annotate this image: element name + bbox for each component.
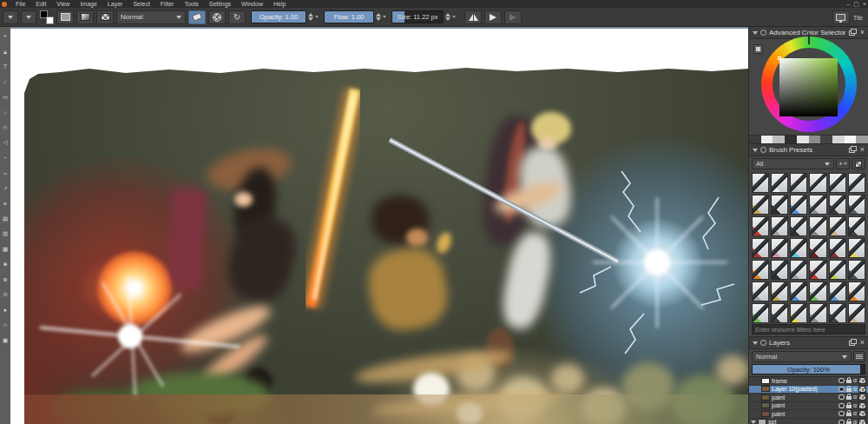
brush-preset[interactable] — [848, 282, 865, 301]
brush-preset[interactable] — [848, 260, 865, 280]
flow-spinner[interactable] — [376, 13, 381, 21]
menu-filter[interactable]: Filter — [155, 0, 180, 8]
workspace-chooser-button[interactable] — [832, 10, 850, 24]
brush-preset[interactable] — [771, 238, 788, 258]
brush-preset[interactable] — [771, 173, 788, 193]
alpha-inherit-checker[interactable] — [858, 419, 866, 424]
brush-preset[interactable] — [752, 282, 769, 301]
brush-preset[interactable] — [848, 238, 865, 258]
layer-row[interactable]: frameα — [749, 377, 868, 386]
visibility-eye-icon[interactable] — [838, 378, 845, 383]
add-tag-button[interactable]: + — [836, 158, 850, 169]
reload-preset-button[interactable]: ↻ — [228, 10, 246, 24]
float-docker-icon[interactable] — [849, 148, 855, 153]
tool-ellipse[interactable]: ○ — [0, 105, 10, 121]
pattern-fill-button[interactable] — [96, 10, 114, 24]
eraser-mode-button[interactable] — [188, 10, 206, 24]
saturation-value-square[interactable] — [779, 58, 838, 116]
visibility-eye-icon[interactable] — [838, 411, 845, 416]
tool-polyline[interactable]: ◁ — [0, 136, 10, 151]
tool-reference[interactable]: ● — [0, 302, 10, 318]
brush-preset[interactable] — [829, 260, 846, 280]
brush-preset[interactable] — [848, 216, 865, 236]
visibility-eye-icon[interactable] — [838, 387, 845, 392]
color-swatch[interactable] — [785, 136, 797, 143]
float-docker-icon[interactable] — [849, 30, 855, 36]
brush-preset[interactable] — [809, 195, 826, 215]
brush-preset[interactable] — [752, 216, 769, 236]
menu-settings[interactable]: Settings — [204, 0, 236, 8]
alpha-inherit-checker[interactable] — [858, 394, 866, 401]
opacity-slider[interactable]: Opacity: 1.00 — [251, 10, 306, 23]
layer-row[interactable]: Layer 10(pasted)α — [749, 386, 868, 394]
menu-layer[interactable]: Layer — [102, 0, 128, 8]
wraparound-button[interactable] — [504, 10, 522, 24]
visibility-eye-icon[interactable] — [838, 420, 845, 424]
brush-preset[interactable] — [752, 195, 769, 215]
brush-preset[interactable] — [790, 303, 807, 323]
gradient-chooser-dropdown[interactable] — [3, 10, 18, 24]
minimize-button[interactable]: – — [846, 0, 850, 8]
alpha-icon[interactable]: α — [853, 419, 857, 424]
menu-select[interactable]: Select — [128, 0, 155, 8]
tool-bezier-curve[interactable]: ↗ — [0, 181, 10, 196]
brush-presets-header[interactable]: Brush Presets × — [749, 144, 868, 156]
tool-dynamic-brush[interactable]: ≈ — [0, 166, 10, 182]
chevron-down-icon[interactable] — [383, 16, 386, 18]
brush-preset[interactable] — [790, 238, 807, 258]
float-docker-icon[interactable] — [849, 341, 855, 346]
brush-preset[interactable] — [790, 260, 807, 280]
menu-file[interactable]: File — [10, 0, 30, 8]
tool-multibrush[interactable]: ≡ — [0, 196, 10, 212]
brush-preset[interactable] — [809, 216, 826, 236]
alpha-icon[interactable]: α — [853, 410, 857, 417]
gradient-fill-button[interactable] — [76, 10, 94, 24]
menu-window[interactable]: Window — [236, 0, 268, 8]
canvas[interactable] — [10, 27, 748, 424]
brush-preset[interactable] — [809, 303, 826, 323]
brush-preset-chooser-button[interactable] — [56, 10, 74, 24]
brush-preset[interactable] — [829, 303, 846, 323]
alpha-inherit-checker[interactable] — [858, 402, 866, 409]
alpha-icon[interactable]: α — [853, 386, 857, 393]
tool-text[interactable]: T — [0, 59, 10, 75]
tool-zoom[interactable]: ☆ — [0, 318, 10, 334]
pattern-chooser-dropdown[interactable] — [21, 10, 36, 24]
mirror-vertical-button[interactable] — [484, 10, 502, 24]
menu-tools[interactable]: Tools — [179, 0, 203, 8]
brush-preset[interactable] — [752, 173, 769, 193]
brush-preset[interactable] — [829, 173, 846, 193]
visibility-eye-icon[interactable] — [838, 394, 845, 400]
brush-preset[interactable] — [829, 195, 846, 215]
blend-mode-dropdown[interactable]: Normal — [116, 10, 186, 24]
menu-edit[interactable]: Edit — [30, 0, 51, 8]
tag-filter-dropdown[interactable]: All — [752, 158, 834, 169]
brush-preset[interactable] — [752, 238, 769, 258]
lock-icon[interactable] — [846, 396, 852, 400]
color-swatch[interactable] — [797, 136, 809, 143]
chevron-down-icon[interactable] — [452, 16, 456, 18]
flow-slider[interactable]: Flow: 1.00 — [324, 10, 374, 23]
alpha-inherit-checker[interactable] — [858, 410, 866, 417]
color-swatch[interactable] — [820, 136, 832, 143]
chevron-down-icon[interactable] — [315, 16, 319, 18]
brush-preset[interactable] — [790, 282, 807, 301]
presets-view-menu-button[interactable] — [852, 158, 865, 169]
color-swatch[interactable] — [749, 136, 761, 143]
alpha-inherit-checker[interactable] — [858, 377, 866, 384]
foreground-background-swatch[interactable] — [40, 10, 54, 24]
color-swatch[interactable] — [809, 136, 821, 143]
close-icon[interactable]: × — [860, 29, 865, 36]
layer-filter-button[interactable] — [853, 351, 865, 362]
tool-fill[interactable]: ▤ — [0, 211, 10, 227]
alpha-icon[interactable]: α — [853, 377, 857, 384]
alpha-icon[interactable]: α — [853, 402, 857, 409]
tool-line[interactable]: ∕ — [0, 75, 10, 90]
brush-preset[interactable] — [848, 303, 865, 323]
brush-preset[interactable] — [771, 282, 788, 301]
color-swatch[interactable] — [832, 136, 845, 143]
layer-row[interactable]: setα — [749, 419, 868, 424]
preserve-alpha-button[interactable] — [208, 10, 226, 24]
expander-icon[interactable] — [751, 421, 756, 424]
brush-preset[interactable] — [848, 173, 865, 193]
